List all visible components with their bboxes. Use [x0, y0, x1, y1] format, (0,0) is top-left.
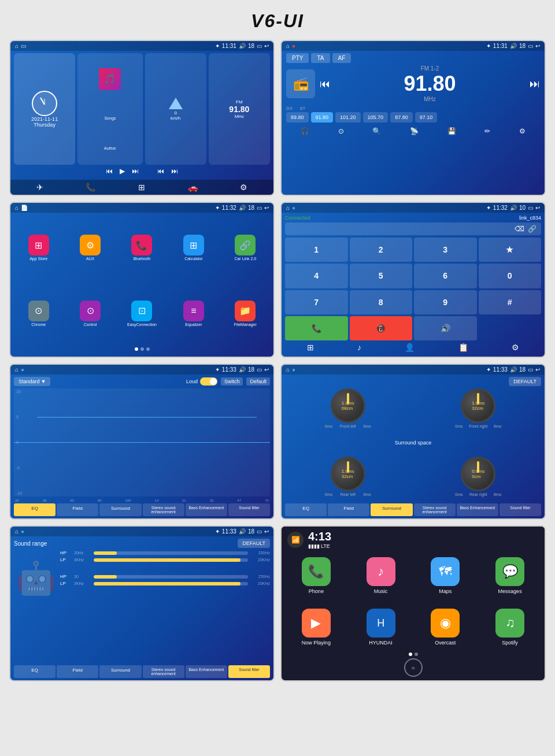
- sotab-stereo[interactable]: Stereo sound enhancement: [143, 665, 184, 678]
- apps-back[interactable]: ↩: [264, 205, 269, 211]
- tab-surround[interactable]: Surround: [99, 503, 141, 516]
- ta-button[interactable]: TA: [311, 53, 330, 63]
- eq-switch-button[interactable]: Switch: [221, 377, 243, 386]
- pty-button[interactable]: PTY: [286, 53, 309, 63]
- key-2[interactable]: 2: [350, 238, 413, 262]
- knob-front-left[interactable]: 1.0ms68cm: [331, 388, 365, 423]
- app-easyconnect[interactable]: ⊡ EasyConnection: [117, 282, 166, 346]
- af-button[interactable]: AF: [332, 53, 352, 63]
- search-icon[interactable]: 🔍: [372, 127, 381, 135]
- app-filemanager[interactable]: 📁 FileManager: [221, 282, 270, 346]
- carplay-home-button[interactable]: ○: [404, 658, 423, 677]
- preset-6[interactable]: 97.10: [415, 112, 438, 123]
- tab-bass[interactable]: Bass Enhancement: [186, 503, 227, 516]
- sound-back[interactable]: ↩: [264, 528, 269, 535]
- carplay-hyundai[interactable]: H HYUNDAI: [351, 609, 411, 646]
- tab-stereo[interactable]: Stereo sound enhancement: [143, 503, 184, 516]
- carplay-spotify[interactable]: ♫ Spotify: [480, 609, 540, 646]
- settings-nav-icon[interactable]: ⚙: [512, 343, 519, 352]
- tab-eq[interactable]: EQ: [14, 503, 56, 516]
- save-icon[interactable]: 💾: [447, 127, 456, 135]
- key-5[interactable]: 5: [350, 264, 413, 288]
- app-chrome[interactable]: ⊙ Chrome: [14, 282, 63, 346]
- gear-icon[interactable]: ⚙: [519, 127, 526, 135]
- key-9[interactable]: 9: [414, 290, 477, 314]
- app-carlink[interactable]: 🔗 Car Link 2.0: [221, 216, 270, 280]
- dialpad-icon[interactable]: ⊞: [307, 343, 314, 352]
- carplay-messages[interactable]: 💬 Messages: [480, 557, 540, 604]
- stab-stereo[interactable]: Stereo sound enhancement: [414, 503, 456, 516]
- end-call-button[interactable]: 📵: [350, 316, 413, 340]
- stab-filter[interactable]: Sound filter: [500, 503, 541, 516]
- dial-back[interactable]: ↩: [535, 205, 540, 211]
- preset-3[interactable]: 101.20: [335, 112, 361, 123]
- key-3[interactable]: 3: [414, 238, 477, 262]
- apps-icon[interactable]: ⊞: [138, 183, 145, 192]
- key-0[interactable]: 0: [479, 264, 542, 288]
- key-4[interactable]: 4: [285, 264, 348, 288]
- carplay-maps[interactable]: 🗺 Maps: [416, 557, 476, 604]
- eq-preset-select[interactable]: Standard ▼: [14, 377, 50, 386]
- preset-4[interactable]: 105.70: [363, 112, 388, 123]
- knob-front-right[interactable]: 1.0ms32cm: [461, 388, 495, 423]
- eq-loud-toggle[interactable]: [200, 377, 217, 386]
- tab-filter[interactable]: Sound filter: [228, 503, 270, 516]
- carplay-phone[interactable]: 📞 Phone: [286, 557, 346, 604]
- carplay-nowplaying[interactable]: ▶ Now Playing: [286, 609, 346, 646]
- call-log-icon[interactable]: 📋: [458, 343, 468, 352]
- link-icon[interactable]: 🔗: [528, 225, 536, 233]
- stab-bass[interactable]: Bass Enhancement: [457, 503, 498, 516]
- edit-icon[interactable]: ✏: [484, 127, 490, 135]
- stab-eq[interactable]: EQ: [285, 503, 327, 516]
- next-button[interactable]: ⏭: [132, 167, 139, 175]
- sotab-bass[interactable]: Bass Enhancement: [186, 665, 227, 678]
- radio-back[interactable]: ↩: [535, 43, 540, 49]
- app-control[interactable]: ⊙ Control: [65, 282, 114, 346]
- hp-slider-1[interactable]: [94, 551, 248, 555]
- knob-rear-right[interactable]: 0.0ms0cm: [461, 457, 495, 491]
- back-icon[interactable]: ↩: [264, 43, 269, 49]
- knob-rear-left[interactable]: 1.0ms32cm: [331, 457, 365, 491]
- surround-back[interactable]: ↩: [535, 366, 540, 373]
- prev-button[interactable]: ⏮: [106, 167, 113, 175]
- key-6[interactable]: 6: [414, 264, 477, 288]
- home-fm[interactable]: FM 91.80 MHz: [209, 53, 270, 165]
- app-calculator[interactable]: ⊞ Calculator: [169, 216, 218, 280]
- tab-field[interactable]: Field: [57, 503, 98, 516]
- play-button[interactable]: ▶: [120, 167, 125, 175]
- call-button[interactable]: 📞: [285, 316, 348, 340]
- lp-slider-2[interactable]: [94, 582, 248, 585]
- fm-prev[interactable]: ⏮: [157, 167, 164, 175]
- headphone-icon[interactable]: 🎧: [301, 127, 309, 135]
- carplay-music[interactable]: ♪ Music: [351, 557, 411, 604]
- eq-default-button[interactable]: Default: [246, 377, 270, 386]
- sotab-surround[interactable]: Surround: [99, 665, 141, 678]
- eq-back[interactable]: ↩: [264, 366, 269, 373]
- sotab-field[interactable]: Field: [57, 665, 98, 678]
- settings-icon[interactable]: ⚙: [240, 183, 247, 192]
- toggle-icon[interactable]: ⊙: [338, 127, 344, 135]
- preset-2[interactable]: 91.80: [311, 112, 334, 123]
- next-station-btn[interactable]: ⏭: [530, 78, 540, 90]
- key-1[interactable]: 1: [285, 238, 348, 262]
- music-nav-icon[interactable]: ♪: [357, 343, 361, 352]
- key-7[interactable]: 7: [285, 290, 348, 314]
- stab-field[interactable]: Field: [328, 503, 369, 516]
- app-appstore[interactable]: ⊞ App Store: [14, 216, 63, 280]
- car-icon[interactable]: 🚗: [188, 183, 198, 192]
- carplay-overcast[interactable]: ◉ Overcast: [416, 609, 476, 646]
- backspace-button[interactable]: ⌫: [515, 225, 524, 233]
- key-8[interactable]: 8: [350, 290, 413, 314]
- app-aux[interactable]: ⚙ AUX: [65, 216, 114, 280]
- stab-surround[interactable]: Surround: [371, 503, 412, 516]
- key-volume[interactable]: 🔊: [414, 316, 477, 340]
- hp-slider-2[interactable]: [94, 575, 248, 579]
- sound-default-button[interactable]: DEFAULT: [238, 539, 270, 548]
- prev-station-btn[interactable]: ⏮: [320, 78, 330, 90]
- preset-1[interactable]: 89.80: [286, 112, 309, 123]
- preset-5[interactable]: 87.80: [390, 112, 413, 123]
- radio-wave-icon[interactable]: 📡: [410, 127, 419, 135]
- sotab-eq[interactable]: EQ: [14, 665, 56, 678]
- key-star[interactable]: ★: [479, 238, 542, 262]
- app-bluetooth[interactable]: 📞 Bluetooth: [117, 216, 166, 280]
